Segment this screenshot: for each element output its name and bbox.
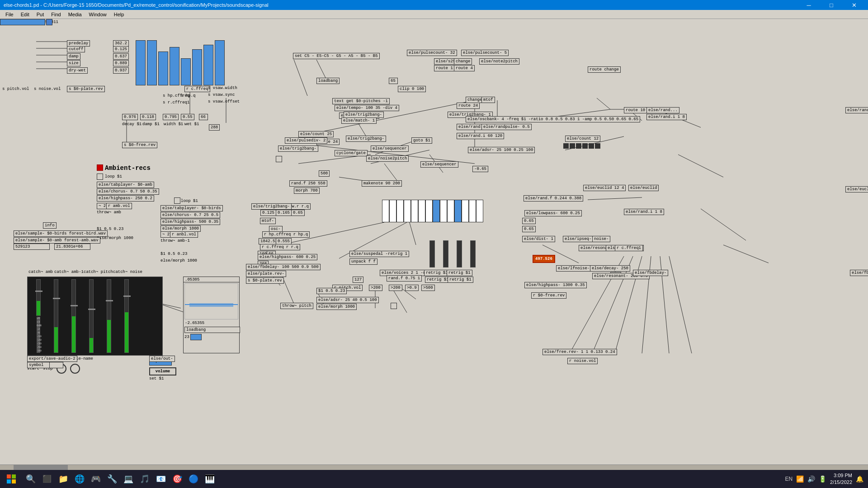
val-637-box: 0.637 xyxy=(113,53,129,60)
monitor-controls: 23 xyxy=(184,334,240,340)
s-noise-vol-label: s noise.vol xyxy=(34,87,61,91)
minimize-button[interactable]: ─ xyxy=(798,0,819,10)
val-497526-box: 497.526 xyxy=(533,255,555,263)
toggle-trig[interactable] xyxy=(276,156,282,162)
edge-button[interactable]: 🌐 xyxy=(71,471,88,487)
vslider-7[interactable] xyxy=(203,45,213,85)
retrig-val2-box: retrig $1 xyxy=(448,277,473,283)
monitor-slider[interactable] xyxy=(190,334,202,340)
toggle-loop[interactable] xyxy=(97,174,103,180)
key-b5[interactable] xyxy=(476,200,483,222)
drywet-toggle[interactable] xyxy=(46,19,52,25)
key-c5[interactable] xyxy=(433,200,440,222)
key-b4[interactable] xyxy=(425,200,433,222)
app9-icon: 🔵 xyxy=(189,474,198,484)
key-e4[interactable] xyxy=(396,200,404,222)
pd-app-button[interactable]: 🎹 xyxy=(202,471,218,487)
mixer-ch2 xyxy=(47,279,65,353)
val-127-box: 127 xyxy=(353,277,363,283)
menu-file[interactable]: File xyxy=(2,11,17,18)
s1-0-5-0-23b-label: $1 0.5 0.23 xyxy=(160,252,187,256)
app3-button[interactable]: 🎮 xyxy=(88,471,104,487)
menu-bar: File Edit Put Find Media Window Help xyxy=(0,10,868,19)
loadbang1-box: loadbang xyxy=(316,78,340,84)
key-f4[interactable] xyxy=(404,200,411,222)
key-g4[interactable] xyxy=(411,200,418,222)
sequencer1-box: else/sequencer xyxy=(371,145,409,152)
mtof-box: mtof xyxy=(481,97,495,103)
app4-button[interactable]: 🔧 xyxy=(104,471,120,487)
search-taskbar-button[interactable]: 🔍 xyxy=(23,471,39,487)
start-button[interactable] xyxy=(0,470,23,488)
vslider-8[interactable] xyxy=(215,40,225,85)
rand-f-250-550-box: rand.f 250 550 xyxy=(289,180,327,187)
app5-icon: 💻 xyxy=(123,474,133,484)
app6-button[interactable]: 🎵 xyxy=(137,471,153,487)
val-555-box: 0.555 xyxy=(276,238,292,244)
decay-s1-label: decay $1 xyxy=(122,122,142,127)
vslider-6[interactable] xyxy=(192,49,202,85)
menu-help[interactable]: Help xyxy=(110,11,128,18)
menu-edit[interactable]: Edit xyxy=(17,11,33,18)
ch6-fader[interactable] xyxy=(124,279,129,353)
highpass-500-box: else/highpass- 500 0.35 xyxy=(160,219,220,225)
app7-button[interactable]: 📧 xyxy=(153,471,169,487)
close-button[interactable]: ✕ xyxy=(844,0,864,10)
app7-icon: 📧 xyxy=(156,474,166,484)
val-0125-box: 0.125 xyxy=(260,210,276,216)
stop-bang[interactable] xyxy=(70,364,80,374)
morph-1000c-box: else/morph 1000 xyxy=(316,304,357,310)
key-c4[interactable] xyxy=(382,200,389,222)
scrollbar-horizontal[interactable] xyxy=(0,465,868,470)
key-d5[interactable] xyxy=(440,200,447,222)
rand-f-244-box: else/rand.f 0.244 0.388 xyxy=(524,195,583,202)
volume-row: volume xyxy=(149,367,176,375)
throw-amb1-label: throw~ amb-1 xyxy=(160,239,190,243)
key-e5[interactable] xyxy=(447,200,454,222)
app9-button[interactable]: 🔵 xyxy=(185,471,202,487)
ch5-fader[interactable] xyxy=(107,279,111,353)
menu-window[interactable]: Window xyxy=(85,11,110,18)
vslider-4[interactable] xyxy=(170,47,179,85)
toggle-kb[interactable] xyxy=(391,303,397,309)
maximize-button[interactable]: □ xyxy=(821,0,842,10)
app5-button[interactable]: 💻 xyxy=(120,471,137,487)
waveform-fill xyxy=(189,303,233,307)
svg-rect-52 xyxy=(12,479,16,483)
ch3-fader[interactable] xyxy=(71,279,76,353)
menu-media[interactable]: Media xyxy=(65,11,85,18)
taskview-button[interactable]: ⬛ xyxy=(39,471,55,487)
val-55-box: 0.55 xyxy=(181,114,194,120)
toggle-loop-birds[interactable] xyxy=(174,197,180,204)
vslider-5[interactable] xyxy=(181,58,191,85)
ch4-fader[interactable] xyxy=(89,279,94,353)
ch1-fader[interactable] xyxy=(36,279,41,316)
throw-amb-label: throw~ amb xyxy=(97,210,121,215)
key-a5[interactable] xyxy=(469,200,476,222)
val-795-box: 0.795 xyxy=(163,114,179,120)
vu-small-4 xyxy=(470,240,476,267)
menu-put[interactable]: Put xyxy=(33,11,48,18)
vslider-2[interactable] xyxy=(147,40,157,85)
key-g5[interactable] xyxy=(462,200,469,222)
key-a4[interactable] xyxy=(418,200,425,222)
loop-s1-label: loop $1 xyxy=(105,174,122,179)
else-euclid-far-box: else/euclid xyxy=(845,186,868,192)
ch2-fader[interactable] xyxy=(54,279,58,353)
mixer-ch3 xyxy=(65,279,82,353)
key-f5[interactable] xyxy=(454,200,462,222)
app8-button[interactable]: 🎯 xyxy=(169,471,185,487)
svg-line-31 xyxy=(723,245,769,263)
pd-canvas[interactable]: 0.811 0.488 0.299 0.118 predelay cutoff … xyxy=(0,19,868,488)
explorer-button[interactable]: 📁 xyxy=(55,471,71,487)
volume-button[interactable]: volume xyxy=(149,367,176,375)
svg-line-29 xyxy=(678,155,723,177)
drywet-slider[interactable] xyxy=(0,19,45,25)
free-rev-box: else/free.rev- 1 1 0.133 0.24 xyxy=(542,349,617,355)
menu-find[interactable]: Find xyxy=(47,11,64,18)
vslider-1[interactable] xyxy=(136,40,146,85)
vslider-3[interactable] xyxy=(158,52,168,85)
scrollbar-thumb[interactable] xyxy=(14,465,68,470)
key-d4[interactable] xyxy=(389,200,396,222)
app8-icon: 🎯 xyxy=(172,474,182,484)
